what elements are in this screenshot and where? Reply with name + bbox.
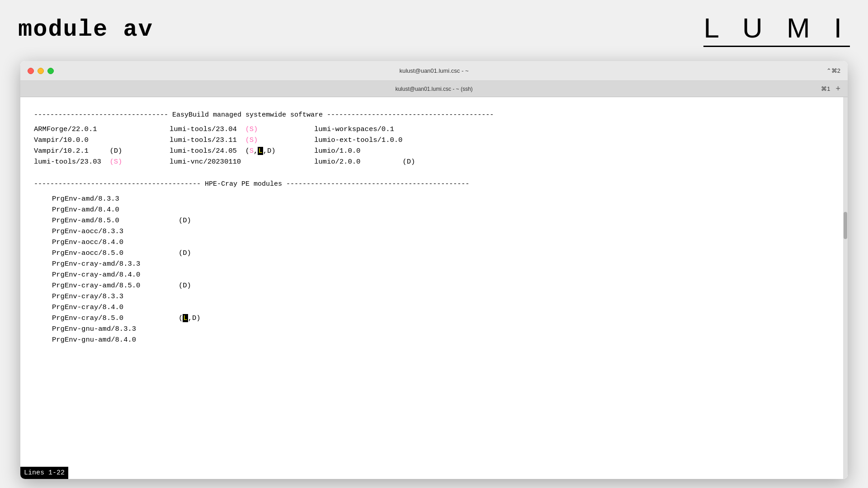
table-row: PrgEnv-aocc/8.5.0 (D) — [34, 248, 834, 258]
tab-shortcut: ⌘1 — [821, 85, 830, 92]
table-row: PrgEnv-aocc/8.3.3 — [34, 226, 834, 237]
table-row: PrgEnv-amd/8.3.3 — [34, 193, 834, 204]
module-name: lumi-tools/24.05 (S,L,D) — [170, 145, 314, 156]
table-row: PrgEnv-cray/8.5.0 (L,D) — [34, 313, 834, 324]
module-name: Vampir/10.0.0 — [34, 135, 170, 145]
table-row: PrgEnv-cray-amd/8.3.3 — [34, 258, 834, 269]
module-name: lumi-tools/23.11 (S) — [170, 135, 314, 145]
tag-d: (D) — [179, 215, 191, 226]
module-name: PrgEnv-gnu-amd/8.4.0 — [34, 334, 136, 345]
table-row: PrgEnv-amd/8.5.0 (D) — [34, 215, 834, 226]
tag-s: (S) — [245, 136, 258, 144]
tag-s: (S) — [109, 158, 122, 166]
module-name: PrgEnv-aocc/8.3.3 — [34, 226, 123, 237]
maximize-button[interactable] — [47, 68, 54, 74]
status-bar: Lines 1-22 — [20, 467, 68, 479]
terminal-window: kulust@uan01.lumi.csc - ~ ⌃⌘2 kulust@uan… — [20, 61, 848, 479]
module-name: PrgEnv-cray-amd/8.5.0 — [34, 280, 179, 291]
table-row: PrgEnv-gnu-amd/8.3.3 — [34, 324, 834, 334]
minimize-button[interactable] — [38, 68, 44, 74]
module-name: PrgEnv-cray/8.5.0 — [34, 313, 179, 324]
module-name: lumi-tools/23.04 (S) — [170, 124, 314, 135]
new-tab-button[interactable]: + — [835, 84, 840, 94]
module-name: PrgEnv-cray-amd/8.4.0 — [34, 269, 140, 280]
lumi-logo: L U M I — [703, 12, 850, 47]
module-name: PrgEnv-cray/8.4.0 — [34, 302, 123, 313]
tab-right: ⌘1 + — [821, 84, 840, 94]
tag-d: (D) — [179, 248, 191, 258]
module-name: PrgEnv-amd/8.4.0 — [34, 204, 119, 215]
module-name: lumio/2.0.0 (D) — [314, 156, 486, 167]
module-name: PrgEnv-cray/8.3.3 — [34, 291, 123, 302]
table-row: ARMForge/22.0.1 lumi-tools/23.04 (S) lum… — [34, 124, 834, 135]
module-name: lumi-workspaces/0.1 — [314, 124, 486, 135]
table-row: lumi-tools/23.03 (S) lumi-vnc/20230110 l… — [34, 156, 834, 167]
table-row: PrgEnv-cray-amd/8.5.0 (D) — [34, 280, 834, 291]
easybuild-divider: --------------------------------- EasyBu… — [34, 110, 834, 120]
window-shortcut: ⌃⌘2 — [826, 67, 840, 74]
module-name: lumio-ext-tools/1.0.0 — [314, 135, 486, 145]
tag-sld: (S,L,D) — [245, 147, 275, 155]
table-row: PrgEnv-gnu-amd/8.4.0 — [34, 334, 834, 345]
tag-s: (S) — [245, 125, 258, 133]
scrollbar[interactable] — [843, 97, 848, 479]
module-name: PrgEnv-gnu-amd/8.3.3 — [34, 324, 136, 334]
table-row: PrgEnv-cray/8.3.3 — [34, 291, 834, 302]
title-right: ⌃⌘2 — [826, 67, 840, 74]
terminal-content: --------------------------------- EasyBu… — [20, 97, 848, 479]
module-name: lumio/1.0.0 — [314, 145, 486, 156]
module-name: PrgEnv-amd/8.3.3 — [34, 193, 119, 204]
table-row: PrgEnv-cray/8.4.0 — [34, 302, 834, 313]
page-header: module av L U M I — [0, 0, 868, 59]
scrollbar-thumb[interactable] — [844, 212, 847, 239]
table-row: Vampir/10.0.0 lumi-tools/23.11 (S) lumio… — [34, 135, 834, 145]
module-name: PrgEnv-aocc/8.4.0 — [34, 237, 123, 248]
module-name: ARMForge/22.0.1 — [34, 124, 170, 135]
table-row: PrgEnv-amd/8.4.0 — [34, 204, 834, 215]
title-bar-center: kulust@uan01.lumi.csc - ~ — [399, 67, 468, 74]
module-name: PrgEnv-cray-amd/8.3.3 — [34, 258, 140, 269]
close-button[interactable] — [28, 68, 34, 74]
tag-d: (D) — [179, 280, 191, 291]
module-name: lumi-vnc/20230110 — [170, 156, 314, 167]
module-name: Vampir/10.2.1 (D) — [34, 145, 170, 156]
tag-ld: (L,D) — [179, 313, 201, 324]
table-row: Vampir/10.2.1 (D) lumi-tools/24.05 (S,L,… — [34, 145, 834, 156]
module-name: PrgEnv-amd/8.5.0 — [34, 215, 179, 226]
module-name: PrgEnv-aocc/8.5.0 — [34, 248, 179, 258]
tab-label[interactable]: kulust@uan01.lumi.csc - ~ (ssh) — [395, 86, 472, 92]
title-bar: kulust@uan01.lumi.csc - ~ ⌃⌘2 — [20, 61, 848, 81]
module-title: module av — [18, 16, 153, 43]
table-row: PrgEnv-aocc/8.4.0 — [34, 237, 834, 248]
tag-d: (D) — [109, 147, 122, 155]
traffic-lights — [20, 68, 54, 74]
tag-d: (D) — [402, 158, 415, 166]
terminal-title: kulust@uan01.lumi.csc - ~ — [399, 67, 468, 74]
tab-bar: kulust@uan01.lumi.csc - ~ (ssh) ⌘1 + — [20, 81, 848, 97]
table-row: PrgEnv-cray-amd/8.4.0 — [34, 269, 834, 280]
hpe-cray-divider: ----------------------------------------… — [34, 179, 834, 189]
module-name: lumi-tools/23.03 (S) — [34, 156, 170, 167]
